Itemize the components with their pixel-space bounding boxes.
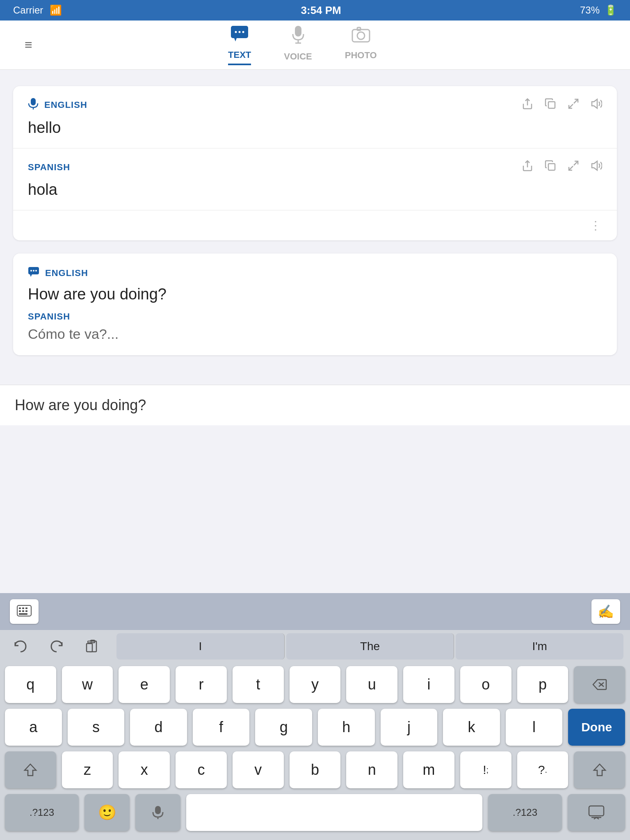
num123-left-key[interactable]: .?123: [5, 794, 79, 831]
translation-card-1: ENGLISH: [13, 86, 617, 240]
svg-rect-19: [548, 164, 555, 170]
key-r[interactable]: r: [176, 666, 227, 703]
svg-rect-46: [589, 806, 604, 816]
input-text: How are you doing?: [15, 397, 146, 413]
key-k[interactable]: k: [443, 709, 500, 746]
key-g[interactable]: g: [255, 709, 312, 746]
key-n[interactable]: n: [346, 751, 397, 788]
card-bottom: ⋮: [13, 210, 617, 240]
key-a[interactable]: a: [5, 709, 62, 746]
key-s[interactable]: s: [68, 709, 125, 746]
key-l[interactable]: l: [506, 709, 563, 746]
tab-text[interactable]: TEXT: [228, 25, 251, 65]
target-lang-label: SPANISH: [28, 162, 70, 173]
shift-left-key[interactable]: [5, 751, 56, 788]
num123-right-key[interactable]: .?123: [488, 794, 562, 831]
predictive-bar: I The I'm: [0, 630, 630, 663]
shift-right-key[interactable]: [574, 751, 625, 788]
undo-btn[interactable]: [7, 633, 34, 660]
more-options-icon[interactable]: ⋮: [590, 219, 602, 232]
key-d[interactable]: d: [130, 709, 187, 746]
target-copy-icon[interactable]: [545, 160, 556, 174]
speaker-icon[interactable]: [591, 98, 602, 112]
key-h[interactable]: h: [318, 709, 375, 746]
svg-rect-34: [25, 610, 27, 612]
pred-word-1[interactable]: I: [116, 633, 285, 660]
key-c[interactable]: c: [176, 751, 227, 788]
tab-voice-label: VOICE: [284, 51, 312, 62]
carrier-label: Carrier: [13, 5, 43, 16]
pred-actions: [7, 633, 107, 660]
time-display: 3:54 PM: [301, 4, 341, 16]
share-icon[interactable]: [522, 98, 533, 112]
key-question[interactable]: ?.: [517, 751, 568, 788]
source-actions: [522, 98, 602, 112]
svg-point-1: [235, 31, 237, 33]
paste-btn[interactable]: [79, 633, 107, 660]
key-x[interactable]: x: [119, 751, 170, 788]
key-t[interactable]: t: [233, 666, 284, 703]
copy-icon[interactable]: [545, 98, 556, 112]
key-row-2: a s d f g h j k l Done: [5, 709, 625, 746]
svg-rect-29: [19, 607, 21, 609]
spacebar[interactable]: [186, 794, 482, 831]
source-section: ENGLISH: [13, 86, 617, 148]
key-z[interactable]: z: [62, 751, 113, 788]
mic-keyboard-key[interactable]: [135, 794, 180, 831]
done-key[interactable]: Done: [568, 709, 625, 746]
history-target-lang-text: SPANISH: [28, 311, 602, 322]
source-lang-label: ENGLISH: [28, 98, 87, 112]
tab-voice[interactable]: VOICE: [284, 25, 312, 65]
key-w[interactable]: w: [62, 666, 113, 703]
tab-photo[interactable]: PHOTO: [345, 26, 377, 64]
key-u[interactable]: u: [346, 666, 397, 703]
key-f[interactable]: f: [193, 709, 250, 746]
key-p[interactable]: p: [517, 666, 568, 703]
hamburger-menu[interactable]: ≡: [25, 37, 32, 52]
redo-btn[interactable]: [43, 633, 71, 660]
svg-point-24: [30, 270, 32, 272]
input-area[interactable]: How are you doing?: [0, 385, 630, 425]
svg-rect-30: [22, 607, 24, 609]
key-b[interactable]: b: [290, 751, 341, 788]
target-lang-text: SPANISH: [28, 162, 70, 173]
history-source-lang-text: ENGLISH: [45, 268, 88, 278]
source-header: ENGLISH: [28, 98, 602, 112]
key-i[interactable]: i: [403, 666, 454, 703]
keyboard-toggle-btn[interactable]: [10, 599, 39, 624]
expand-icon[interactable]: [568, 98, 579, 112]
wifi-icon: 📶: [50, 5, 62, 16]
key-rows: q w e r t y u i o p a s d f g: [0, 663, 630, 840]
target-share-icon[interactable]: [522, 160, 533, 174]
svg-marker-43: [594, 764, 605, 776]
svg-rect-39: [88, 641, 91, 643]
text-tab-icon: [230, 25, 249, 46]
key-j[interactable]: j: [381, 709, 438, 746]
svg-line-21: [569, 166, 573, 170]
handwriting-btn[interactable]: ✍: [591, 599, 620, 624]
key-o[interactable]: o: [460, 666, 511, 703]
key-m[interactable]: m: [403, 751, 454, 788]
svg-marker-27: [30, 274, 32, 277]
emoji-key[interactable]: 🙂: [84, 794, 130, 831]
keyboard-dismiss-key[interactable]: [568, 794, 625, 831]
voice-tab-icon: [291, 25, 305, 48]
svg-rect-33: [22, 610, 24, 612]
battery-label: 73%: [580, 5, 600, 16]
key-row-4: .?123 🙂 .?123: [5, 794, 625, 831]
svg-line-16: [569, 104, 573, 108]
svg-rect-38: [87, 644, 92, 652]
pred-word-2[interactable]: The: [286, 633, 454, 660]
key-row-1: q w e r t y u i o p: [5, 666, 625, 703]
key-e[interactable]: e: [119, 666, 170, 703]
key-y[interactable]: y: [290, 666, 341, 703]
target-speaker-icon[interactable]: [591, 160, 602, 174]
key-exclamation[interactable]: !;: [460, 751, 511, 788]
backspace-key[interactable]: [574, 666, 625, 703]
keyboard-toolbar: ✍: [0, 593, 630, 630]
key-q[interactable]: q: [5, 666, 56, 703]
key-v[interactable]: v: [233, 751, 284, 788]
svg-marker-22: [592, 161, 597, 170]
target-expand-icon[interactable]: [568, 160, 579, 174]
pred-word-3[interactable]: I'm: [456, 633, 623, 660]
